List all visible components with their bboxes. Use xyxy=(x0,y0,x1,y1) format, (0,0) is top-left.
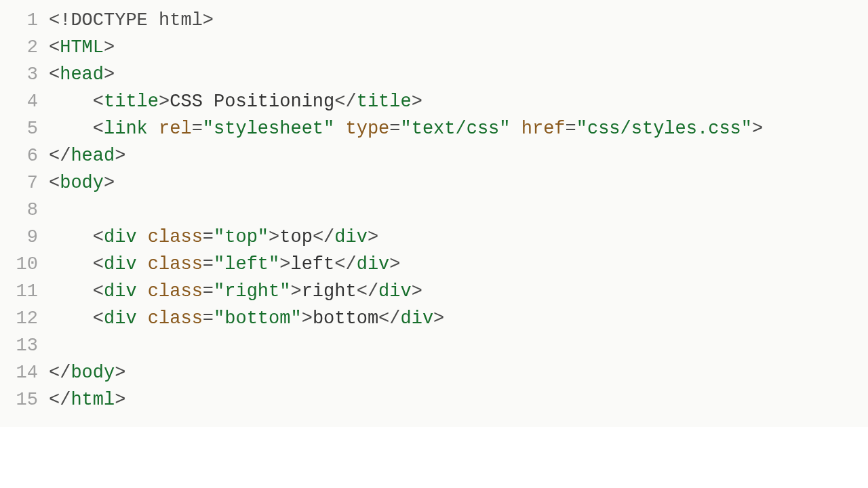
code-line[interactable]: 7<body> xyxy=(0,169,868,197)
code-token: </ xyxy=(49,363,71,383)
code-token: </ xyxy=(49,390,71,410)
line-number: 12 xyxy=(0,305,49,332)
line-content[interactable]: <div class="left">left</div> xyxy=(49,251,868,278)
code-token: title xyxy=(104,92,159,112)
code-token: </ xyxy=(334,254,356,274)
code-token: < xyxy=(93,281,104,302)
code-token: > xyxy=(159,92,170,112)
code-token: href xyxy=(521,119,566,139)
code-token: > xyxy=(433,308,444,329)
code-token: = xyxy=(203,227,214,247)
code-token: </ xyxy=(49,146,71,166)
code-editor[interactable]: 1<!DOCTYPE html>2<HTML>3<head>4 <title>C… xyxy=(0,0,868,427)
code-token: "right" xyxy=(214,281,290,302)
line-content[interactable]: <title>CSS Positioning</title> xyxy=(49,88,868,115)
line-number: 3 xyxy=(0,61,49,88)
code-line[interactable]: 9 <div class="top">top</div> xyxy=(0,224,868,251)
code-line[interactable]: 10 <div class="left">left</div> xyxy=(0,251,868,278)
code-token: "stylesheet" xyxy=(203,119,334,139)
code-token xyxy=(137,227,148,247)
code-token: < xyxy=(93,254,104,274)
line-number: 4 xyxy=(0,88,49,115)
line-content[interactable]: </body> xyxy=(49,359,868,386)
code-token: = xyxy=(203,254,214,274)
code-token: = xyxy=(566,119,576,139)
code-token xyxy=(49,227,93,247)
line-number: 2 xyxy=(0,34,49,61)
line-number: 10 xyxy=(0,251,49,278)
line-content[interactable]: <body> xyxy=(49,169,868,197)
line-content[interactable]: <div class="bottom">bottom</div> xyxy=(49,305,868,332)
code-token: "bottom" xyxy=(214,308,302,329)
code-token: > xyxy=(752,119,763,139)
code-token: > xyxy=(412,92,422,112)
code-token: HTML xyxy=(60,37,104,58)
line-content[interactable]: <link rel="stylesheet" type="text/css" h… xyxy=(49,115,868,142)
code-token: top xyxy=(279,227,313,247)
code-token xyxy=(49,92,93,112)
code-line[interactable]: 6</head> xyxy=(0,142,868,169)
code-token: type xyxy=(345,119,389,139)
code-token: title xyxy=(357,92,412,112)
code-token: link xyxy=(104,119,148,139)
code-token: div xyxy=(104,227,137,247)
code-token: </ xyxy=(313,227,334,247)
line-content[interactable]: </head> xyxy=(49,142,868,169)
code-token: < xyxy=(49,37,60,58)
code-token: > xyxy=(104,173,115,193)
code-line[interactable]: 3<head> xyxy=(0,61,868,88)
code-token xyxy=(49,308,93,329)
line-content[interactable]: <head> xyxy=(49,61,868,88)
code-token: "css/styles.css" xyxy=(576,119,752,139)
code-token: bottom xyxy=(313,308,378,329)
code-line[interactable]: 4 <title>CSS Positioning</title> xyxy=(0,88,868,115)
line-content[interactable]: <!DOCTYPE html> xyxy=(49,7,868,34)
code-token: < xyxy=(49,173,60,193)
line-number: 5 xyxy=(0,115,49,142)
code-token xyxy=(334,119,345,139)
line-number: 9 xyxy=(0,224,49,251)
code-token: head xyxy=(71,146,115,166)
code-token: head xyxy=(60,64,104,85)
line-number: 7 xyxy=(0,169,49,197)
code-token: class xyxy=(148,227,203,247)
code-token: div xyxy=(401,308,434,329)
code-token: </ xyxy=(378,308,400,329)
code-token: CSS Positioning xyxy=(170,92,334,112)
code-line[interactable]: 13 xyxy=(0,332,868,359)
code-token: div xyxy=(104,308,137,329)
code-line[interactable]: 5 <link rel="stylesheet" type="text/css"… xyxy=(0,115,868,142)
line-number: 15 xyxy=(0,386,49,413)
line-content[interactable]: <div class="right">right</div> xyxy=(49,278,868,305)
line-number: 13 xyxy=(0,332,49,359)
code-line[interactable]: 2<HTML> xyxy=(0,34,868,61)
code-token: "left" xyxy=(214,254,279,274)
code-token: > xyxy=(115,146,125,166)
code-line[interactable]: 12 <div class="bottom">bottom</div> xyxy=(0,305,868,332)
code-token: > xyxy=(290,281,301,302)
code-token: > xyxy=(115,390,125,410)
line-content[interactable] xyxy=(49,332,868,359)
line-number: 6 xyxy=(0,142,49,169)
code-token: = xyxy=(192,119,203,139)
code-line[interactable]: 14</body> xyxy=(0,359,868,386)
line-content[interactable]: </html> xyxy=(49,386,868,413)
code-token: </ xyxy=(357,281,378,302)
code-line[interactable]: 11 <div class="right">right</div> xyxy=(0,278,868,305)
line-content[interactable]: <div class="top">top</div> xyxy=(49,224,868,251)
code-token: > xyxy=(203,10,214,30)
code-token: < xyxy=(93,92,104,112)
code-line[interactable]: 1<!DOCTYPE html> xyxy=(0,7,868,34)
code-token: = xyxy=(389,119,400,139)
line-content[interactable] xyxy=(49,197,868,224)
code-token: class xyxy=(148,308,203,329)
code-token: body xyxy=(60,173,104,193)
code-line[interactable]: 15</html> xyxy=(0,386,868,413)
code-token: > xyxy=(269,227,279,247)
line-content[interactable]: <HTML> xyxy=(49,34,868,61)
code-token: > xyxy=(104,64,115,85)
code-token: class xyxy=(148,254,203,274)
code-token: rel xyxy=(159,119,192,139)
code-token xyxy=(49,281,93,302)
code-line[interactable]: 8 xyxy=(0,197,868,224)
